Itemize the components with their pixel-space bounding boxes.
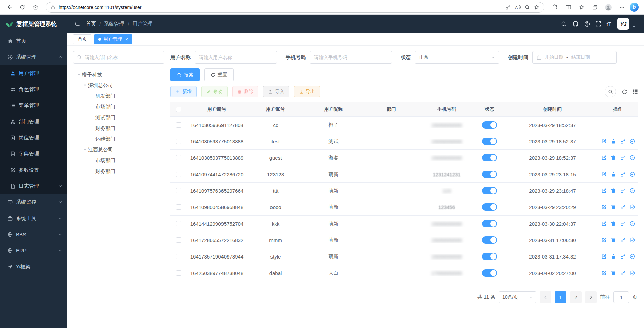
split-screen-icon[interactable] xyxy=(562,2,574,13)
status-toggle[interactable] xyxy=(482,220,497,227)
tab-user-management[interactable]: 用户管理 × xyxy=(94,34,132,44)
tree-node[interactable]: 测试部门 xyxy=(73,112,164,123)
reset-password-icon[interactable] xyxy=(620,139,626,144)
sidebar-item-tool[interactable]: 系统工具 xyxy=(0,210,67,226)
breadcrumb-home[interactable]: 首页 xyxy=(86,21,96,27)
refresh-button[interactable] xyxy=(17,2,28,13)
sidebar-item-log[interactable]: 日志管理 xyxy=(0,178,67,194)
delete-icon[interactable] xyxy=(611,188,616,193)
row-checkbox[interactable] xyxy=(176,122,181,128)
collapse-menu-icon[interactable] xyxy=(74,21,80,27)
home-button[interactable] xyxy=(30,2,41,13)
toggle-search-icon[interactable] xyxy=(605,86,616,97)
phone-input[interactable] xyxy=(310,51,392,64)
read-aloud-icon[interactable]: A xyxy=(515,4,521,10)
status-toggle[interactable] xyxy=(482,171,497,178)
copilot-icon[interactable]: b xyxy=(630,3,639,12)
status-select[interactable]: 正常 xyxy=(415,51,499,64)
edit-icon[interactable] xyxy=(601,237,607,243)
breadcrumb-system[interactable]: 系统管理 xyxy=(104,21,124,27)
search-button[interactable]: 搜索 xyxy=(170,68,200,81)
delete-icon[interactable] xyxy=(611,270,616,276)
sidebar-item-dept[interactable]: 部门管理 xyxy=(0,113,67,130)
row-checkbox[interactable] xyxy=(176,139,181,144)
site-security-icon[interactable] xyxy=(51,5,55,10)
page-size-select[interactable]: 10条/页 xyxy=(499,291,536,303)
department-search-input[interactable] xyxy=(73,51,164,64)
sidebar-item-bbs[interactable]: BBS xyxy=(0,226,67,242)
url-input[interactable] xyxy=(59,5,502,10)
assign-role-icon[interactable] xyxy=(630,204,635,210)
tree-node[interactable]: 研发部门 xyxy=(73,91,164,101)
import-button[interactable]: 导入 xyxy=(263,86,289,97)
date-range-picker[interactable]: 开始日期 - 结束日期 xyxy=(532,51,617,64)
reset-password-icon[interactable] xyxy=(620,270,626,276)
sidebar-item-role[interactable]: 角色管理 xyxy=(0,81,67,97)
assign-role-icon[interactable] xyxy=(630,270,635,276)
delete-icon[interactable] xyxy=(611,204,616,210)
status-toggle[interactable] xyxy=(482,269,497,277)
favorites-icon[interactable] xyxy=(576,2,587,13)
profile-icon[interactable] xyxy=(603,2,614,13)
row-checkbox[interactable] xyxy=(176,221,181,226)
delete-icon[interactable] xyxy=(611,221,616,226)
page-button-1[interactable]: 1 xyxy=(555,291,566,303)
status-toggle[interactable] xyxy=(482,154,497,161)
tree-node[interactable]: 运维部门 xyxy=(73,134,164,144)
edit-icon[interactable] xyxy=(601,254,607,259)
tree-node[interactable]: 市场部门 xyxy=(73,101,164,112)
collections-icon[interactable] xyxy=(589,2,601,13)
sidebar-item-erp[interactable]: ERP xyxy=(0,242,67,259)
reset-password-icon[interactable] xyxy=(620,188,626,193)
status-toggle[interactable] xyxy=(482,253,497,260)
delete-icon[interactable] xyxy=(611,155,616,160)
delete-icon[interactable] xyxy=(611,237,616,243)
tree-node[interactable]: 江西总公司 xyxy=(73,144,164,155)
prev-page-button[interactable] xyxy=(540,291,551,303)
github-icon[interactable] xyxy=(573,21,579,27)
assign-role-icon[interactable] xyxy=(630,254,635,259)
reset-password-icon[interactable] xyxy=(620,254,626,259)
extensions-icon[interactable] xyxy=(549,2,560,13)
sidebar-item-home[interactable]: 首页 xyxy=(0,33,67,49)
status-toggle[interactable] xyxy=(482,187,497,194)
assign-role-icon[interactable] xyxy=(630,172,635,177)
edit-icon[interactable] xyxy=(601,221,607,226)
edit-icon[interactable] xyxy=(601,188,607,193)
sidebar-item-monitor[interactable]: 系统监控 xyxy=(0,194,67,210)
select-all-checkbox[interactable] xyxy=(176,107,181,112)
tree-node[interactable]: 财务部门 xyxy=(73,123,164,134)
tree-node[interactable]: 橙子科技 xyxy=(73,69,164,80)
sidebar-item-param[interactable]: 参数设置 xyxy=(0,162,67,178)
edit-icon[interactable] xyxy=(601,139,607,144)
row-checkbox[interactable] xyxy=(176,254,181,259)
edit-button[interactable]: 修改 xyxy=(201,86,228,97)
delete-icon[interactable] xyxy=(611,172,616,177)
row-checkbox[interactable] xyxy=(176,155,181,160)
sidebar-item-yi[interactable]: Yi框架 xyxy=(0,259,67,275)
add-button[interactable]: 新增 xyxy=(170,86,197,97)
assign-role-icon[interactable] xyxy=(630,155,635,160)
delete-icon[interactable] xyxy=(611,139,616,144)
close-tab-icon[interactable]: × xyxy=(125,37,128,42)
assign-role-icon[interactable] xyxy=(630,139,635,144)
status-toggle[interactable] xyxy=(482,203,497,211)
help-icon[interactable] xyxy=(584,21,590,27)
avatar[interactable]: YJ xyxy=(617,18,629,30)
edit-icon[interactable] xyxy=(601,155,607,160)
assign-role-icon[interactable] xyxy=(630,188,635,193)
export-button[interactable]: 导出 xyxy=(294,86,320,97)
caret-down-icon[interactable] xyxy=(76,73,82,77)
reset-password-icon[interactable] xyxy=(620,155,626,160)
assign-role-icon[interactable] xyxy=(630,237,635,243)
password-key-icon[interactable] xyxy=(505,5,511,10)
page-button-2[interactable]: 2 xyxy=(570,291,582,303)
delete-icon[interactable] xyxy=(611,254,616,259)
zoom-icon[interactable] xyxy=(525,5,530,10)
reset-password-icon[interactable] xyxy=(620,221,626,226)
tree-node[interactable]: 财务部门 xyxy=(73,166,164,177)
reset-password-icon[interactable] xyxy=(620,204,626,210)
caret-down-icon[interactable] xyxy=(82,83,88,87)
status-toggle[interactable] xyxy=(482,121,497,129)
assign-role-icon[interactable] xyxy=(630,221,635,226)
